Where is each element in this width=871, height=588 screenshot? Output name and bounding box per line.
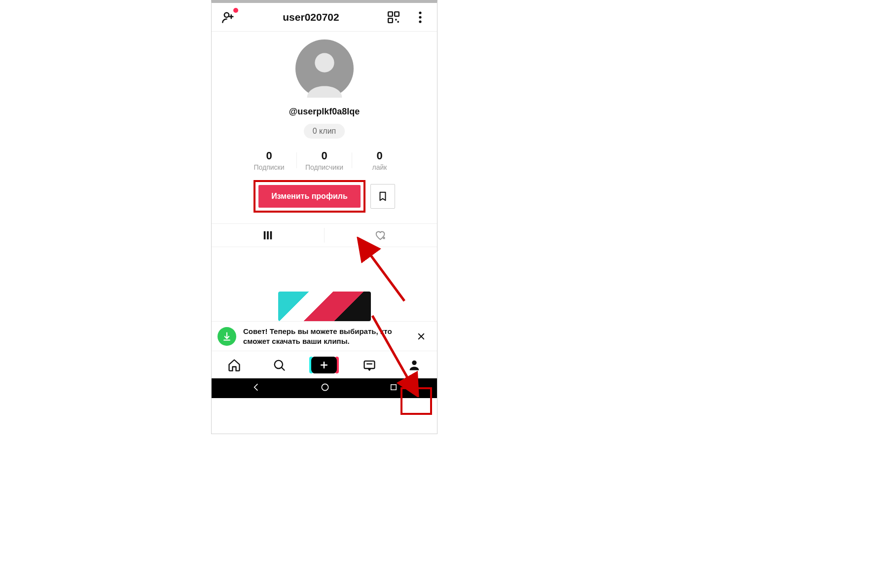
nav-inbox[interactable] (358, 355, 381, 375)
download-icon (222, 331, 232, 341)
svg-point-0 (224, 12, 229, 17)
svg-rect-4 (395, 19, 397, 20)
more-button[interactable] (412, 9, 428, 25)
stat-followers[interactable]: 0 Подписчики (297, 149, 352, 171)
create-button[interactable] (311, 357, 337, 373)
tip-close-button[interactable] (414, 330, 428, 343)
svg-point-17 (322, 384, 328, 390)
liked-tab-icon (374, 229, 387, 241)
close-icon (417, 332, 426, 341)
profile-tabs (212, 223, 437, 247)
inbox-icon (363, 358, 376, 372)
sys-home-icon (320, 382, 330, 392)
avatar-placeholder-icon (295, 39, 354, 98)
profile-icon (407, 358, 421, 372)
svg-rect-1 (388, 12, 393, 16)
stat-followers-label: Подписчики (297, 163, 352, 171)
profile-section: @userplkf0a8lqe 0 клип 0 Подписки 0 Подп… (212, 32, 437, 213)
svg-rect-2 (395, 12, 399, 16)
home-icon (227, 358, 241, 372)
stat-following-count: 0 (242, 149, 297, 162)
nav-home[interactable] (222, 355, 246, 375)
nav-search[interactable] (267, 355, 291, 375)
svg-rect-5 (398, 21, 399, 22)
stat-following[interactable]: 0 Подписки (242, 149, 297, 171)
bookmarks-button[interactable] (370, 184, 395, 209)
tab-posts[interactable] (212, 224, 325, 247)
stat-likes-label: лайк (352, 163, 407, 171)
svg-rect-3 (388, 18, 393, 23)
notification-dot-icon (233, 8, 238, 13)
avatar[interactable] (295, 39, 354, 98)
username-handle: @userplkf0a8lqe (289, 107, 360, 117)
screenshot-stage: user020702 (0, 0, 871, 588)
app-bar: user020702 (212, 3, 437, 32)
sys-home-button[interactable] (320, 382, 330, 394)
svg-rect-15 (364, 361, 374, 368)
svg-rect-18 (391, 385, 396, 390)
qr-button[interactable] (386, 9, 401, 25)
more-icon (419, 11, 422, 23)
stat-following-label: Подписки (242, 163, 297, 171)
svg-point-16 (412, 360, 417, 365)
stat-likes[interactable]: 0 лайк (352, 149, 407, 171)
tip-banner: Совет! Теперь вы можете выбирать, кто см… (212, 321, 437, 351)
grid-tab-icon (262, 230, 273, 241)
bookmark-icon (377, 190, 388, 202)
page-title: user020702 (283, 11, 339, 23)
create-icon (319, 360, 329, 370)
promo-card-image (278, 292, 371, 321)
stat-likes-count: 0 (352, 149, 407, 162)
add-friend-button[interactable] (220, 9, 236, 25)
nav-profile[interactable] (402, 355, 426, 375)
phone-frame: user020702 (211, 0, 437, 434)
annotation-highlight-edit: Изменить профиль (254, 180, 365, 213)
svg-point-7 (419, 16, 421, 18)
android-system-nav (212, 378, 437, 398)
tip-text: Совет! Теперь вы можете выбирать, кто см… (243, 327, 407, 346)
stat-followers-count: 0 (297, 149, 352, 162)
sys-recents-button[interactable] (389, 383, 398, 394)
svg-point-10 (315, 53, 334, 73)
stats-row: 0 Подписки 0 Подписчики 0 лайк (242, 149, 407, 171)
profile-actions: Изменить профиль (254, 180, 395, 213)
edit-profile-button[interactable]: Изменить профиль (258, 185, 360, 208)
svg-point-8 (419, 20, 421, 23)
svg-rect-12 (267, 231, 269, 240)
clips-count-pill[interactable]: 0 клип (304, 124, 345, 139)
bottom-nav (212, 351, 437, 378)
svg-rect-13 (270, 231, 272, 240)
tab-liked[interactable] (325, 224, 437, 247)
sys-back-button[interactable] (251, 382, 261, 394)
search-icon (272, 358, 286, 372)
tip-download-badge (218, 327, 236, 346)
add-friend-icon (221, 10, 235, 24)
qr-icon (387, 11, 400, 24)
svg-rect-11 (264, 231, 266, 240)
nav-create[interactable] (312, 355, 336, 375)
svg-point-6 (419, 11, 421, 14)
recents-icon (389, 383, 398, 392)
back-icon (251, 382, 261, 392)
